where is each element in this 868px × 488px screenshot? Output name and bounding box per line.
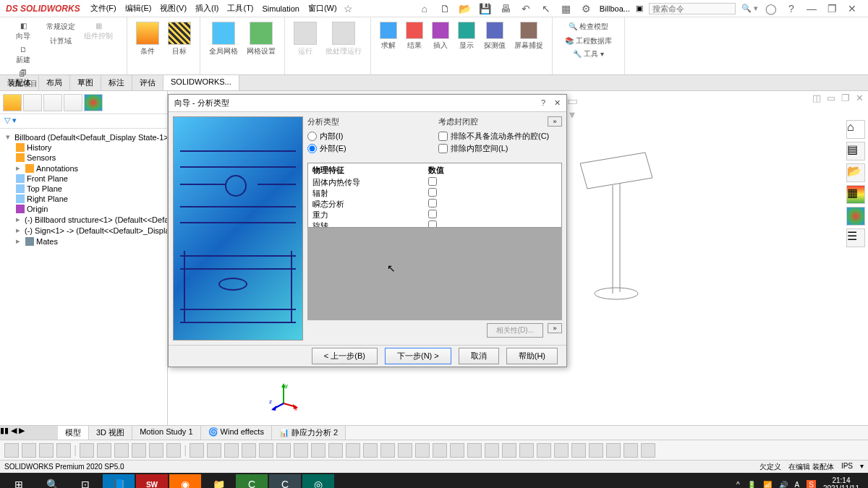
tb-app-sw[interactable]: SW xyxy=(136,474,168,488)
menu-tools[interactable]: 工具(T) xyxy=(223,3,258,14)
ts-icon[interactable] xyxy=(311,443,326,458)
tree-tab-feature[interactable] xyxy=(3,94,22,111)
ribbon-mesh-settings[interactable]: 网格设置 xyxy=(244,20,278,72)
select-icon[interactable]: ↖ xyxy=(539,1,553,16)
tb-app[interactable]: ◎ xyxy=(302,474,334,488)
ts-icon[interactable] xyxy=(589,443,603,458)
minimize-icon[interactable]: — xyxy=(804,1,819,16)
ts-icon[interactable] xyxy=(537,443,551,458)
tray-wifi-icon[interactable]: 📶 xyxy=(763,481,772,489)
help-button[interactable]: 帮助(H) xyxy=(506,348,558,364)
vp-split-icon[interactable]: ◫ xyxy=(812,93,821,103)
vp-min-icon[interactable]: ▭ xyxy=(827,93,835,103)
ts-icon[interactable] xyxy=(450,443,464,458)
tab-evaluate[interactable]: 评估 xyxy=(132,75,163,90)
tray-app-icon[interactable]: S xyxy=(807,480,816,489)
ts-icon[interactable] xyxy=(276,443,291,458)
ribbon-global-mesh[interactable]: 全局网格 xyxy=(206,20,241,72)
ts-icon[interactable] xyxy=(519,443,534,458)
ts-icon[interactable] xyxy=(22,443,36,458)
tb-app[interactable]: C xyxy=(236,474,268,488)
ts-icon[interactable] xyxy=(207,443,221,458)
tb-app[interactable]: C xyxy=(269,474,301,488)
ts-icon[interactable] xyxy=(485,443,499,458)
grid-row-check[interactable] xyxy=(428,210,437,218)
rt-appearance-icon[interactable] xyxy=(846,207,865,226)
tb-explorer-icon[interactable]: 📁 xyxy=(203,474,234,488)
undo-icon[interactable]: ↶ xyxy=(519,1,533,16)
new-icon[interactable]: 🗋 xyxy=(438,1,452,16)
next-button[interactable]: 下一步(N) > xyxy=(385,348,451,364)
tb-app[interactable]: 📘 xyxy=(103,474,135,488)
check-exclude-internal[interactable]: 排除内部空间(L) xyxy=(438,142,562,155)
dialog-close-icon[interactable]: ✕ xyxy=(554,98,561,108)
ts-icon[interactable] xyxy=(224,443,239,458)
ribbon-solve[interactable]: 求解 xyxy=(377,20,400,72)
grid-row-check[interactable] xyxy=(428,188,437,197)
btm-tab-motion[interactable]: Motion Study 1 xyxy=(132,426,200,440)
btm-tab-3dview[interactable]: 3D 视图 xyxy=(89,426,132,440)
ribbon-check-model[interactable]: 🔍 检查模型 xyxy=(558,20,618,33)
tray-battery-icon[interactable]: 🔋 xyxy=(747,481,756,489)
radio-external[interactable]: 外部(E) xyxy=(307,142,431,155)
ts-icon[interactable] xyxy=(166,443,181,458)
ts-icon[interactable] xyxy=(415,443,430,458)
tray-volume-icon[interactable]: 🔊 xyxy=(779,481,788,489)
ts-icon[interactable] xyxy=(398,443,412,458)
tree-item[interactable]: ▸Mates xyxy=(3,236,164,247)
physics-grid[interactable]: 物理特征数值 固体内热传导 辐射 瞬态分析 重力 旋转 自由面 xyxy=(307,163,562,228)
ts-icon[interactable] xyxy=(467,443,482,458)
tree-item[interactable]: Front Plane xyxy=(3,174,164,184)
expand-button-2[interactable]: » xyxy=(548,323,562,333)
tab-sketch[interactable]: 草图 xyxy=(70,75,101,90)
ts-icon[interactable] xyxy=(346,443,360,458)
print-icon[interactable]: 🖶 xyxy=(498,1,513,16)
tb-search-icon[interactable]: 🔍 xyxy=(36,474,68,488)
tree-root[interactable]: ▾Billboard (Default<Default_Display Stat… xyxy=(3,132,164,142)
tab-assembly[interactable]: 装配体 xyxy=(0,75,39,90)
cancel-button[interactable]: 取消 xyxy=(459,348,499,364)
menu-view[interactable]: 视图(V) xyxy=(156,3,191,14)
dialog-help-icon[interactable]: ? xyxy=(541,98,545,108)
grid-row-check[interactable] xyxy=(428,177,437,186)
tree-item[interactable]: ▸Annotations xyxy=(3,163,164,174)
ts-icon[interactable] xyxy=(56,443,71,458)
ts-icon[interactable] xyxy=(39,443,54,458)
ribbon-run[interactable]: 运行 xyxy=(291,20,320,72)
rt-home-icon[interactable]: ⌂ xyxy=(846,120,865,139)
ts-icon[interactable] xyxy=(641,443,655,458)
rt-list-icon[interactable]: ☰ xyxy=(846,228,865,247)
ts-icon[interactable] xyxy=(114,443,129,458)
menu-file[interactable]: 文件(F) xyxy=(86,3,121,14)
ts-icon[interactable] xyxy=(80,443,94,458)
search-input[interactable] xyxy=(649,3,736,14)
ribbon-domain[interactable]: 计算域 xyxy=(43,35,78,48)
menu-insert[interactable]: 插入(I) xyxy=(191,3,223,14)
grid-row-check[interactable] xyxy=(428,199,437,207)
tab-solidworks[interactable]: SOLIDWORKS... xyxy=(163,75,239,90)
tree-tab-appearance[interactable] xyxy=(84,94,103,111)
tb-taskview-icon[interactable]: ⊡ xyxy=(69,474,101,488)
menu-simulation[interactable]: Simulation xyxy=(258,4,304,13)
rebuild-icon[interactable]: ▦ xyxy=(559,1,574,16)
ts-icon[interactable] xyxy=(149,443,163,458)
tree-item[interactable]: ▸(-) Sign<1> -> (Default<<Default>_Displ… xyxy=(3,225,164,236)
tree-item[interactable]: ▸(-) Billbaord structure<1> (Default<<De… xyxy=(3,214,164,225)
ts-icon[interactable] xyxy=(190,443,204,458)
ts-icon[interactable] xyxy=(606,443,621,458)
ribbon-insert[interactable]: 插入 xyxy=(429,20,452,72)
taskbar-date[interactable]: 2021/11/11 xyxy=(823,484,859,488)
ribbon-goals[interactable]: 目标 xyxy=(165,20,194,72)
tree-item[interactable]: Right Plane xyxy=(3,194,164,204)
ribbon-conditions[interactable]: 条件 xyxy=(133,20,162,72)
ts-icon[interactable] xyxy=(624,443,638,458)
vp-close-icon[interactable]: ✕ xyxy=(856,93,864,103)
maximize-icon[interactable]: ❐ xyxy=(825,1,839,16)
close-icon[interactable]: ✕ xyxy=(845,1,859,16)
rt-grid-icon[interactable]: ▦ xyxy=(846,185,865,204)
vp-max-icon[interactable]: ❐ xyxy=(841,93,850,103)
menu-edit[interactable]: 编辑(E) xyxy=(121,3,156,14)
ts-icon[interactable] xyxy=(328,443,343,458)
ribbon-probe[interactable]: 探测值 xyxy=(481,20,509,72)
btm-tab-static[interactable]: 📊 静应力分析 2 xyxy=(272,426,346,440)
